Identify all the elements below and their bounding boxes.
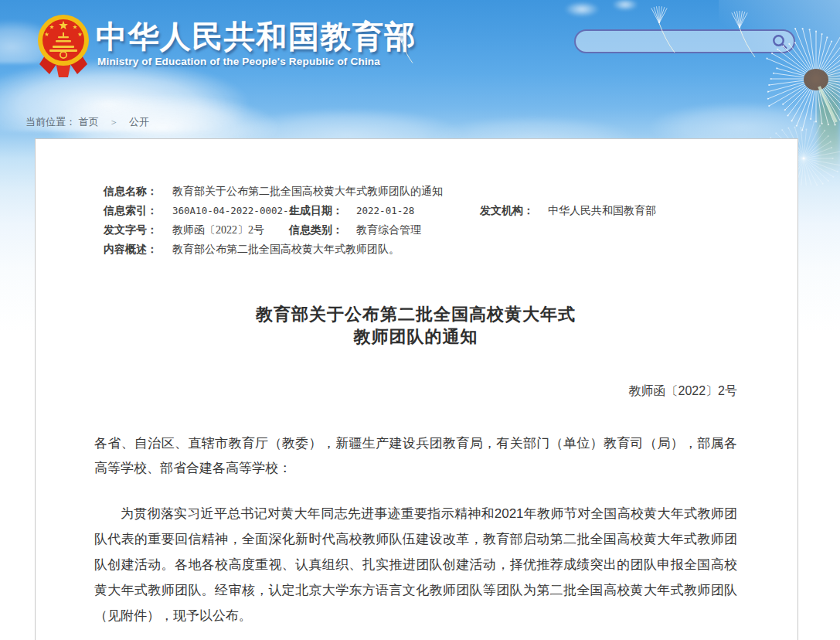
document-panel: 信息名称： 教育部关于公布第二批全国高校黄大年式教师团队的通知 信息索引： 36…: [35, 138, 798, 640]
document-title: 教育部关于公布第二批全国高校黄大年式 教师团队的通知: [94, 303, 737, 348]
body-paragraph: 为贯彻落实习近平总书记对黄大年同志先进事迹重要指示精神和2021年教师节对全国高…: [94, 501, 737, 628]
breadcrumb: 当前位置： 首页 ＞ 公开: [26, 115, 149, 129]
meta-category-label: 信息类别：: [289, 220, 356, 240]
page: 中华人民共和国教育部 Ministry of Education of the …: [0, 0, 840, 640]
document-title-line2: 教师团队的通知: [94, 325, 737, 348]
breadcrumb-link-public[interactable]: 公开: [129, 116, 149, 128]
search-input[interactable]: [585, 32, 766, 52]
breadcrumb-link-home[interactable]: 首页: [79, 116, 99, 128]
meta-index-label: 信息索引：: [104, 201, 172, 220]
site-logo-link[interactable]: 中华人民共和国教育部 Ministry of Education of the …: [37, 12, 423, 83]
salutation-paragraph: 各省、自治区、直辖市教育厅（教委），新疆生产建设兵团教育局，有关部门（单位）教育…: [94, 431, 737, 481]
china-national-emblem-icon: [37, 12, 90, 80]
meta-summary-value: 教育部公布第二批全国高校黄大年式教师团队。: [172, 240, 737, 259]
meta-name-value: 教育部关于公布第二批全国高校黄大年式教师团队的通知: [172, 182, 737, 201]
meta-date-label: 生成日期：: [289, 201, 356, 220]
dandelion-stem-foliage: [818, 66, 840, 174]
breadcrumb-prefix: 当前位置：: [26, 116, 76, 128]
dandelion-seed-blur: [564, 2, 600, 17]
breadcrumb-separator: ＞: [109, 117, 118, 128]
meta-docnum-value: 教师函〔2022〕2号: [172, 220, 289, 240]
site-title: 中华人民共和国教育部: [96, 15, 417, 58]
meta-org-value: 中华人民共和国教育部: [548, 201, 737, 220]
cloud-decoration: [649, 102, 835, 142]
dandelion-seed-blur: [612, 0, 638, 11]
meta-org-label: 发文机构：: [480, 201, 548, 220]
meta-index-value: 360A10-04-2022-0002-1: [172, 201, 289, 220]
document-meta-table: 信息名称： 教育部关于公布第二批全国高校黄大年式教师团队的通知 信息索引： 36…: [104, 182, 737, 259]
sun-rays-decoration: [719, 0, 840, 131]
document-number: 教师函〔2022〕2号: [94, 383, 737, 400]
search-bar[interactable]: [574, 29, 795, 53]
site-subtitle: Ministry of Education of the People's Re…: [97, 56, 380, 67]
meta-date-value: 2022-01-28: [356, 201, 480, 220]
meta-name-label: 信息名称：: [104, 182, 172, 201]
document-title-line1: 教育部关于公布第二批全国高校黄大年式: [94, 303, 737, 325]
meta-category-value: 教育综合管理: [356, 220, 480, 240]
search-icon[interactable]: [771, 33, 788, 50]
meta-docnum-label: 发文字号：: [104, 220, 172, 240]
meta-summary-label: 内容概述：: [104, 240, 172, 259]
